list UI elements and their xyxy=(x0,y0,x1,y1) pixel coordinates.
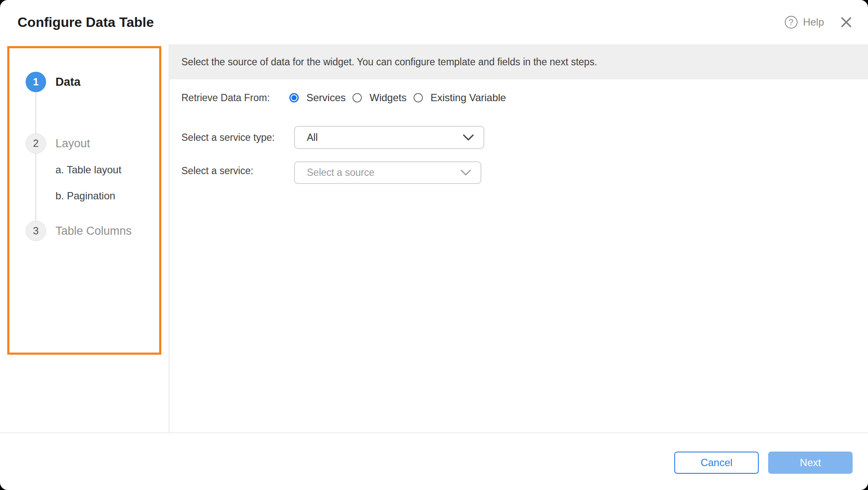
info-banner: Select the source of data for the widget… xyxy=(169,44,868,79)
step-2-label-layout[interactable]: Layout xyxy=(55,137,90,150)
retrieve-data-from-label: Retrieve Data From: xyxy=(181,92,270,104)
step-3-circle[interactable]: 3 xyxy=(26,221,46,241)
step-connector xyxy=(35,92,36,133)
chevron-down-icon xyxy=(463,134,474,141)
retrieve-data-radio-group: Services Widgets Existing Variable xyxy=(289,92,513,104)
sidebar-divider xyxy=(169,44,169,432)
info-banner-text: Select the source of data for the widget… xyxy=(181,56,597,68)
service-type-dropdown[interactable]: All xyxy=(294,126,484,149)
radio-existing-variable[interactable]: Existing Variable xyxy=(414,92,506,104)
step-3-label-table-columns[interactable]: Table Columns xyxy=(55,225,132,238)
close-icon[interactable] xyxy=(840,16,853,29)
step-2-circle[interactable]: 2 xyxy=(26,133,46,154)
service-type-value: All xyxy=(307,132,463,143)
radio-widgets[interactable]: Widgets xyxy=(352,92,407,104)
page-title: Configure Data Table xyxy=(17,0,154,44)
step-1-circle[interactable]: 1 xyxy=(26,72,46,92)
help-label: Help xyxy=(803,16,824,28)
step-1-label-data[interactable]: Data xyxy=(55,76,81,89)
header-actions: ? Help xyxy=(785,0,853,44)
help-icon: ? xyxy=(785,16,798,29)
service-label: Select a service: xyxy=(181,165,253,177)
service-placeholder: Select a source xyxy=(307,167,460,178)
cancel-button[interactable]: Cancel xyxy=(674,452,759,474)
radio-services[interactable]: Services xyxy=(289,92,346,104)
radio-services-icon xyxy=(289,93,299,102)
radio-existing-variable-label: Existing Variable xyxy=(431,92,506,104)
service-type-label: Select a service type: xyxy=(181,132,275,143)
radio-widgets-label: Widgets xyxy=(370,92,407,104)
configure-data-table-dialog: Configure Data Table ? Help 1 Data 2 Lay… xyxy=(0,0,868,490)
help-button[interactable]: ? Help xyxy=(785,16,824,29)
radio-services-label: Services xyxy=(306,92,346,104)
substep-table-layout[interactable]: a. Table layout xyxy=(55,164,121,176)
next-button[interactable]: Next xyxy=(768,452,853,474)
footer-divider xyxy=(0,432,868,433)
radio-existing-variable-icon xyxy=(414,93,423,102)
substep-pagination[interactable]: b. Pagination xyxy=(55,190,115,202)
radio-widgets-icon xyxy=(352,93,362,102)
service-dropdown[interactable]: Select a source xyxy=(294,161,481,184)
step-connector xyxy=(35,154,36,221)
chevron-down-icon xyxy=(460,169,471,176)
